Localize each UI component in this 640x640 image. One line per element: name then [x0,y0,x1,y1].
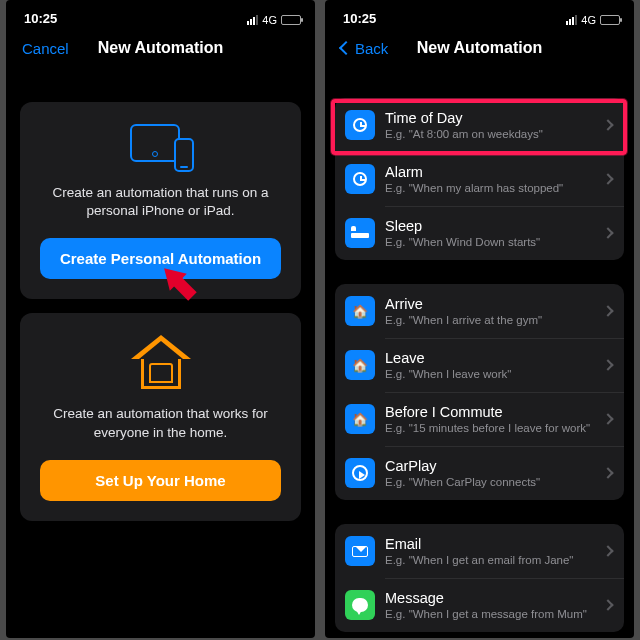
chevron-right-icon [602,305,613,316]
trigger-title: Alarm [385,164,598,181]
nav-header: Cancel New Automation [6,28,315,68]
leave-icon: 🏠 [345,350,375,380]
status-time: 10:25 [343,11,376,26]
phone-left: 10:25 4G Cancel New Automation Create an… [6,0,315,638]
trigger-subtitle: E.g. "15 minutes before I leave for work… [385,422,598,434]
devices-icon [126,124,196,170]
nav-header: Back New Automation [325,28,634,68]
signal-icon [566,15,577,25]
create-personal-automation-button[interactable]: Create Personal Automation [40,238,281,279]
arrive-icon: 🏠 [345,296,375,326]
network-label: 4G [581,14,596,26]
trigger-list: Time of DayE.g. "At 8:00 am on weekdays"… [325,98,634,632]
trigger-title: Email [385,536,598,553]
trigger-row-clock[interactable]: Time of DayE.g. "At 8:00 am on weekdays" [335,98,624,152]
chevron-right-icon [602,413,613,424]
chevron-right-icon [602,359,613,370]
trigger-group: EmailE.g. "When I get an email from Jane… [335,524,624,632]
set-up-home-button[interactable]: Set Up Your Home [40,460,281,501]
chevron-right-icon [602,467,613,478]
home-icon [131,335,191,391]
message-icon [345,590,375,620]
trigger-row-bed[interactable]: SleepE.g. "When Wind Down starts" [335,206,624,260]
network-label: 4G [262,14,277,26]
phone-right: 10:25 4G Back New Automation Time of Day… [325,0,634,638]
trigger-row-carplay[interactable]: CarPlayE.g. "When CarPlay connects" [335,446,624,500]
chevron-right-icon [602,599,613,610]
trigger-title: Message [385,590,598,607]
chevron-right-icon [602,545,613,556]
battery-icon [600,15,620,25]
alarm-icon [345,164,375,194]
trigger-row-alarm[interactable]: AlarmE.g. "When my alarm has stopped" [335,152,624,206]
status-bar: 10:25 4G [6,0,315,28]
commute-icon: 🏠 [345,404,375,434]
trigger-subtitle: E.g. "When I get an email from Jane" [385,554,598,566]
trigger-row-mail[interactable]: EmailE.g. "When I get an email from Jane… [335,524,624,578]
trigger-subtitle: E.g. "At 8:00 am on weekdays" [385,128,598,140]
trigger-group: 🏠ArriveE.g. "When I arrive at the gym"🏠L… [335,284,624,500]
trigger-title: Time of Day [385,110,598,127]
trigger-row-leave[interactable]: 🏠LeaveE.g. "When I leave work" [335,338,624,392]
home-automation-card: Create an automation that works for ever… [20,313,301,520]
trigger-subtitle: E.g. "When Wind Down starts" [385,236,598,248]
personal-desc: Create an automation that runs on a pers… [40,184,281,220]
signal-icon [247,15,258,25]
clock-icon [345,110,375,140]
cancel-button[interactable]: Cancel [22,40,69,57]
bed-icon [345,218,375,248]
mail-icon [345,536,375,566]
trigger-subtitle: E.g. "When my alarm has stopped" [385,182,598,194]
battery-icon [281,15,301,25]
chevron-right-icon [602,227,613,238]
trigger-title: CarPlay [385,458,598,475]
page-title: New Automation [98,39,224,57]
page-title: New Automation [417,39,543,57]
trigger-row-commute[interactable]: 🏠Before I CommuteE.g. "15 minutes before… [335,392,624,446]
personal-automation-card: Create an automation that runs on a pers… [20,102,301,299]
trigger-title: Before I Commute [385,404,598,421]
chevron-right-icon [602,119,613,130]
trigger-subtitle: E.g. "When I arrive at the gym" [385,314,598,326]
status-time: 10:25 [24,11,57,26]
trigger-title: Sleep [385,218,598,235]
trigger-subtitle: E.g. "When I get a message from Mum" [385,608,598,620]
trigger-title: Arrive [385,296,598,313]
carplay-icon [345,458,375,488]
trigger-subtitle: E.g. "When I leave work" [385,368,598,380]
back-button[interactable]: Back [341,40,388,57]
trigger-subtitle: E.g. "When CarPlay connects" [385,476,598,488]
trigger-row-arrive[interactable]: 🏠ArriveE.g. "When I arrive at the gym" [335,284,624,338]
status-bar: 10:25 4G [325,0,634,28]
trigger-row-message[interactable]: MessageE.g. "When I get a message from M… [335,578,624,632]
trigger-group: Time of DayE.g. "At 8:00 am on weekdays"… [335,98,624,260]
home-desc: Create an automation that works for ever… [40,405,281,441]
chevron-right-icon [602,173,613,184]
trigger-title: Leave [385,350,598,367]
